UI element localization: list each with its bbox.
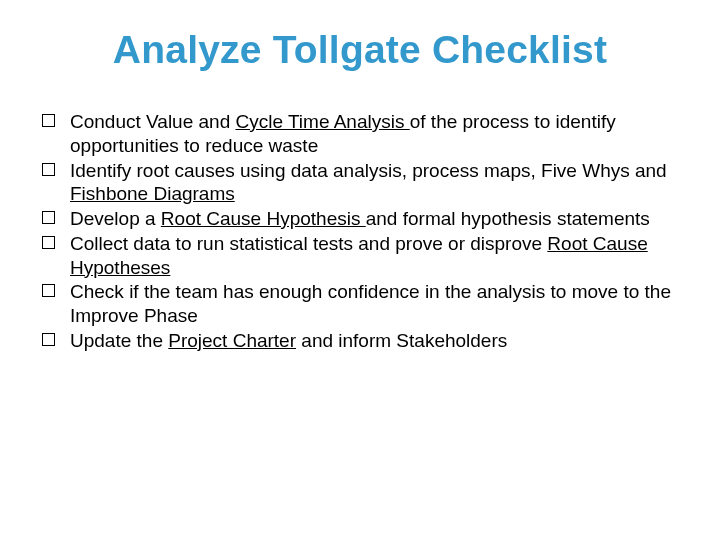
checklist: Conduct Value and Cycle Time Analysis of… [40, 110, 680, 354]
list-item: Collect data to run statistical tests an… [42, 232, 680, 281]
list-item: Develop a Root Cause Hypothesis and form… [42, 207, 680, 232]
list-item: Conduct Value and Cycle Time Analysis of… [42, 110, 680, 159]
item-text-post: and inform Stakeholders [296, 330, 507, 351]
checkbox-icon [42, 114, 55, 127]
item-text-pre: Update the [70, 330, 168, 351]
item-text-pre: Collect data to run statistical tests an… [70, 233, 547, 254]
checkbox-icon [42, 284, 55, 297]
checkbox-icon [42, 163, 55, 176]
item-text-pre: Identify root causes using data analysis… [70, 160, 667, 181]
item-text-pre: Check if the team has enough confidence … [70, 281, 671, 326]
item-link[interactable]: Project Charter [168, 330, 296, 351]
list-item: Update the Project Charter and inform St… [42, 329, 680, 354]
item-link[interactable]: Fishbone Diagrams [70, 183, 235, 204]
list-item: Check if the team has enough confidence … [42, 280, 680, 329]
item-text-post: and formal hypothesis statements [366, 208, 650, 229]
slide-title: Analyze Tollgate Checklist [40, 28, 680, 72]
item-link[interactable]: Cycle Time Analysis [236, 111, 410, 132]
checkbox-icon [42, 333, 55, 346]
item-link[interactable]: Root Cause Hypothesis [161, 208, 366, 229]
slide: Analyze Tollgate Checklist Conduct Value… [0, 0, 720, 540]
checkbox-icon [42, 236, 55, 249]
item-text-pre: Develop a [70, 208, 161, 229]
item-text-pre: Conduct Value and [70, 111, 236, 132]
list-item: Identify root causes using data analysis… [42, 159, 680, 208]
checkbox-icon [42, 211, 55, 224]
